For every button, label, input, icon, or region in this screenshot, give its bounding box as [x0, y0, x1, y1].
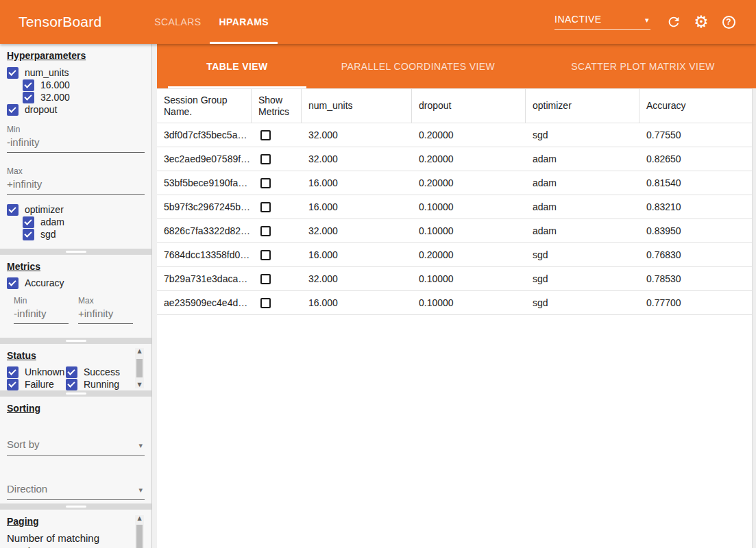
num-units-cell: 32.000 [302, 147, 412, 171]
tensorboard-app: TensorBoard SCALARS HPARAMS INACTIVE ▾ ⚙… [0, 0, 756, 548]
status-unknown-row: Unknown [7, 366, 66, 378]
show-metrics-checkbox[interactable] [260, 250, 271, 260]
accuracy-checkbox[interactable] [7, 277, 19, 289]
status-unknown-checkbox[interactable] [7, 366, 19, 378]
accuracy-cell: 0.81540 [639, 171, 752, 195]
dropout-label: dropout [25, 104, 57, 115]
status-dropdown[interactable]: INACTIVE ▾ [554, 14, 650, 30]
scrollbar-thumb[interactable] [136, 525, 143, 548]
dropout-max-input[interactable]: +infinity [7, 176, 145, 195]
optimizer-checkbox[interactable] [7, 204, 19, 216]
optimizer-cell: sgd [526, 243, 639, 266]
resize-handle[interactable] [66, 393, 86, 395]
status-success-checkbox[interactable] [66, 366, 77, 378]
table-row: 7b29a731e3daca… 32.000 0.10000 sgd 0.785… [157, 267, 752, 291]
table-row: 5b97f3c2967245b… 16.000 0.10000 adam 0.8… [157, 195, 752, 219]
show-metrics-checkbox[interactable] [260, 274, 271, 284]
top-nav-tabs: SCALARS HPARAMS [145, 0, 278, 44]
num-units-32-checkbox[interactable] [23, 92, 34, 103]
optimizer-cell: adam [526, 219, 639, 242]
chevron-down-icon: ▾ [645, 16, 649, 25]
dropout-checkbox[interactable] [7, 104, 19, 116]
scroll-up-icon[interactable]: ▲ [137, 348, 141, 355]
resize-handle[interactable] [66, 506, 86, 508]
hparam-optimizer-row: optimizer [7, 203, 145, 216]
hparam-num-units-row: num_units [7, 66, 145, 79]
paging-scrollbar[interactable]: ▲ [135, 515, 144, 548]
optimizer-adam-checkbox[interactable] [23, 216, 34, 228]
section-status: Status Unknown Success Failure Running [0, 344, 151, 390]
metrics-min-input[interactable]: -infinity [14, 306, 69, 324]
num-units-value-row: 32.000 [7, 91, 145, 103]
dropout-cell: 0.10000 [412, 267, 526, 290]
num-units-value-row: 16.000 [7, 79, 145, 91]
session-name-cell: ae235909ec4e4d… [157, 291, 252, 314]
section-divider [0, 390, 151, 397]
optimizer-label: optimizer [25, 204, 64, 215]
num-units-16-checkbox[interactable] [23, 79, 34, 91]
resize-handle[interactable] [66, 251, 86, 253]
table-row: 6826c7fa3322d82… 32.000 0.10000 adam 0.8… [157, 219, 752, 243]
accuracy-cell: 0.83950 [639, 219, 752, 242]
scroll-up-icon[interactable]: ▲ [137, 515, 141, 522]
tab-table-view[interactable]: TABLE VIEW [168, 44, 306, 88]
show-metrics-checkbox[interactable] [260, 130, 271, 140]
show-metrics-checkbox[interactable] [260, 226, 271, 236]
session-name-cell: 5b97f3c2967245b… [157, 195, 252, 219]
table-scrollbar-track[interactable] [752, 88, 756, 548]
tab-scalars[interactable]: SCALARS [145, 0, 210, 44]
session-name-cell: 3df0d7cf35bec5a… [157, 123, 252, 147]
column-header-dropout: dropout [412, 89, 526, 123]
session-name-cell: 7684dcc13358fd0… [157, 243, 252, 266]
num-units-32-label: 32.000 [40, 92, 70, 103]
sidebar-gutter [152, 44, 157, 548]
optimizer-adam-label: adam [40, 216, 64, 227]
table-header: Session Group Name. Show Metrics num_uni… [157, 88, 752, 123]
resize-handle[interactable] [66, 340, 86, 342]
scroll-down-icon[interactable]: ▼ [137, 382, 141, 388]
metrics-max-label: Max [78, 296, 133, 306]
sorting-heading: Sorting [7, 397, 145, 414]
accuracy-cell: 0.83210 [639, 195, 752, 219]
metrics-max-input[interactable]: +infinity [78, 306, 133, 324]
num-units-cell: 16.000 [302, 291, 412, 314]
show-metrics-checkbox[interactable] [260, 298, 271, 308]
sort-by-select[interactable]: Sort by ▾ [7, 438, 145, 456]
show-metrics-checkbox[interactable] [260, 202, 271, 212]
dropout-min-label: Min [7, 125, 145, 134]
table-row: 3ec2aed9e07589f… 32.000 0.20000 adam 0.8… [157, 147, 752, 171]
accuracy-cell: 0.76830 [639, 243, 752, 266]
section-divider [0, 503, 151, 510]
status-running-checkbox[interactable] [66, 379, 77, 390]
section-hyperparameters: Hyperparameters num_units 16.000 32.000 … [0, 44, 151, 249]
optimizer-value-row: adam [7, 216, 145, 228]
accuracy-cell: 0.78530 [639, 267, 752, 290]
tab-hparams[interactable]: HPARAMS [210, 0, 278, 44]
show-metrics-checkbox[interactable] [260, 178, 271, 188]
num-units-label: num_units [25, 67, 69, 78]
direction-select[interactable]: Direction ▾ [7, 483, 145, 500]
optimizer-sgd-checkbox[interactable] [23, 229, 34, 240]
hyperparameters-heading: Hyperparameters [7, 44, 145, 61]
show-metrics-checkbox[interactable] [260, 154, 271, 164]
table-row: ae235909ec4e4d… 16.000 0.10000 sgd 0.777… [157, 291, 752, 315]
optimizer-cell: adam [526, 147, 639, 171]
dropout-min-input[interactable]: -infinity [7, 134, 145, 153]
status-scrollbar[interactable]: ▲ ▼ [135, 348, 144, 388]
tab-scatter-plot-matrix-view[interactable]: SCATTER PLOT MATRIX VIEW [530, 44, 756, 88]
session-name-cell: 3ec2aed9e07589f… [157, 147, 252, 171]
status-success-label: Success [84, 366, 120, 377]
app-toolbar: TensorBoard SCALARS HPARAMS INACTIVE ▾ ⚙… [0, 0, 756, 44]
refresh-icon[interactable] [660, 8, 687, 36]
status-failure-checkbox[interactable] [7, 379, 19, 390]
gear-icon[interactable]: ⚙ [687, 8, 715, 36]
accuracy-cell: 0.82650 [639, 147, 752, 171]
num-units-checkbox[interactable] [7, 67, 19, 79]
help-icon[interactable]: ? [715, 8, 742, 36]
scrollbar-thumb[interactable] [136, 359, 143, 377]
show-metrics-cell [252, 147, 302, 171]
chevron-down-icon: ▾ [138, 486, 143, 495]
tab-parallel-coordinates-view[interactable]: PARALLEL COORDINATES VIEW [306, 44, 530, 88]
num-units-cell: 32.000 [302, 219, 412, 242]
section-divider [0, 338, 151, 344]
